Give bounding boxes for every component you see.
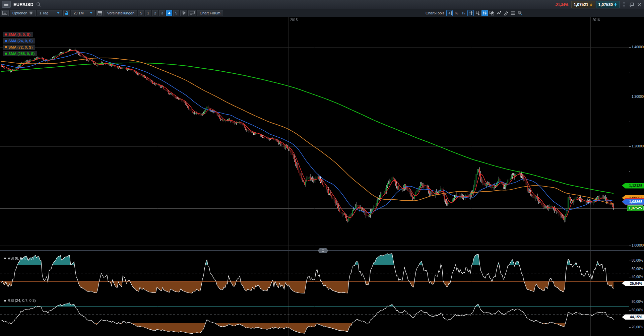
legend-label: SMA (24, 0, S)	[8, 39, 33, 43]
tool-grid-pointer-icon[interactable]	[474, 10, 481, 16]
buy-price-button[interactable]: 1,07530	[596, 1, 620, 8]
settings-button[interactable]	[180, 10, 187, 16]
legend-color-square	[5, 46, 7, 48]
sell-price-button[interactable]: 1,07521	[571, 1, 595, 8]
tool-chart-type-icon[interactable]	[481, 10, 488, 16]
tool-pointer-icon[interactable]	[446, 10, 453, 16]
range-dropdown[interactable]: 2J 1M	[71, 10, 95, 16]
price-axis[interactable]: 1,400001,300001,200001,0000080,00%60,00%…	[629, 17, 644, 336]
price-tag-108865: 1,08865	[622, 199, 644, 205]
lock-icon	[65, 11, 69, 15]
rsi-24-label-text: RSI (24, 0.7, 0.3)	[8, 298, 36, 303]
price-tick-1,30000: 1,30000	[632, 95, 644, 98]
price-down-arrow-icon	[589, 2, 593, 7]
layout-button-2[interactable]: 2	[152, 10, 158, 16]
rsi-6-label: RSI (6, 0.7, 0.3)	[4, 256, 34, 260]
tool-eraser-icon[interactable]	[503, 10, 509, 16]
options-label: Optionen	[12, 11, 27, 15]
chart-tools: Chart-Tools % TT	[426, 9, 523, 17]
timeframe-value: 1 Tag	[40, 11, 49, 15]
legend-square	[4, 300, 6, 301]
chart-toolbar: Optionen 1 Tag 2J 1M Voreinstellungen S1…	[0, 9, 644, 17]
layout-button-4[interactable]: 4	[166, 10, 172, 16]
legend-color-square	[5, 40, 7, 42]
tool-text-size-icon[interactable]: TT	[460, 10, 467, 16]
chevron-down-icon	[57, 12, 60, 14]
calendar-button[interactable]	[96, 10, 104, 16]
legend-item-sma-288[interactable]: SMA (288, 0, S)	[3, 51, 37, 56]
panel-splitter-button[interactable]	[318, 248, 328, 253]
tool-indicator-icon[interactable]	[496, 10, 502, 16]
close-icon[interactable]	[636, 1, 643, 8]
price-tick-1,20000: 1,20000	[632, 144, 644, 148]
axis-tick	[629, 246, 631, 246]
rsi-24-label: RSI (24, 0.7, 0.3)	[4, 298, 36, 303]
gear-icon	[182, 11, 186, 15]
presets-label: Voreinstellungen	[107, 11, 134, 15]
rsi24-tick-80,00%: 80,00%	[632, 300, 643, 304]
chat-icon	[190, 11, 195, 15]
year-label-2015: 2015	[290, 18, 298, 22]
layout-button-3[interactable]: 3	[159, 10, 165, 16]
layout-button-5[interactable]: 5	[173, 10, 179, 16]
rsi24-tick-20,00%: 20,00%	[632, 325, 643, 329]
chart-window: EUR/USD -21,34% 1,07521 1,07530 Optionen…	[0, 0, 644, 336]
options-button[interactable]: Optionen	[10, 10, 36, 16]
axis-tick	[629, 269, 631, 269]
list-icon	[2, 11, 7, 15]
legend-label: SMA (6, 0, S)	[8, 32, 30, 37]
axis-tick	[629, 302, 631, 302]
legend-item-sma-72[interactable]: SMA (72, 0, S)	[3, 45, 35, 50]
rsi-6-label-text: RSI (6, 0.7, 0.3)	[8, 256, 34, 260]
tool-grid-icon[interactable]	[467, 10, 474, 16]
chevron-down-icon	[90, 12, 92, 14]
drag-grip-icon[interactable]	[621, 1, 627, 8]
chart-forum-button[interactable]: Chart Forum	[197, 10, 223, 16]
legend-color-square	[5, 53, 7, 55]
chart-tools-label: Chart-Tools	[426, 11, 444, 15]
sell-price: 1,07521	[574, 2, 588, 7]
tool-layout-icon[interactable]	[489, 10, 495, 16]
axis-tick	[629, 277, 631, 277]
axis-tick	[629, 97, 631, 97]
tool-settings-icon[interactable]	[517, 10, 523, 16]
instrument-title: EUR/USD	[13, 2, 34, 7]
gear-icon	[29, 11, 33, 15]
last-price-tag: 1,07525	[627, 205, 644, 211]
axis-tick	[629, 221, 630, 221]
price-up-arrow-icon	[614, 2, 617, 7]
rsi-panel-divider	[0, 294, 644, 294]
rsi-6-value-tag: 25,04%	[622, 281, 644, 286]
change-percent: -21,34%	[555, 3, 568, 7]
price-tick-1,00000: 1,00000	[632, 244, 644, 247]
rsi6-tick-40,00%: 40,00%	[632, 275, 643, 279]
layout-buttons: S12345	[138, 10, 179, 16]
timeframe-dropdown[interactable]: 1 Tag	[37, 10, 62, 16]
price-chart-canvas[interactable]	[0, 17, 629, 252]
tool-rows-icon[interactable]	[510, 10, 516, 16]
tool-percent-icon[interactable]: %	[453, 10, 460, 16]
lock-button[interactable]	[63, 10, 70, 16]
layout-button-1[interactable]: 1	[145, 10, 151, 16]
menu-button[interactable]	[2, 1, 11, 8]
legend-item-sma-6[interactable]: SMA (6, 0, S)	[3, 32, 33, 37]
rsi6-tick-60,00%: 60,00%	[632, 267, 643, 271]
search-icon[interactable]	[36, 2, 41, 7]
presets-button[interactable]: Voreinstellungen	[105, 10, 137, 16]
price-tick-1,40000: 1,40000	[632, 45, 644, 49]
watchlist-button[interactable]	[1, 10, 9, 16]
axis-tick	[629, 146, 631, 147]
restore-window-icon[interactable]	[628, 1, 635, 8]
rsi-6-canvas[interactable]	[0, 252, 629, 294]
legend-label: SMA (72, 0, S)	[8, 45, 33, 49]
rsi-24-canvas[interactable]	[0, 294, 629, 336]
year-label-2016: 2016	[592, 18, 600, 22]
axis-tick	[629, 261, 631, 261]
chart-forum-label: Chart Forum	[200, 11, 220, 15]
legend-item-sma-24[interactable]: SMA (24, 0, S)	[3, 38, 35, 44]
chat-button[interactable]	[188, 10, 196, 16]
legend-label: SMA (288, 0, S)	[8, 52, 35, 56]
layout-button-S[interactable]: S	[138, 10, 144, 16]
legend-color-square	[5, 33, 7, 36]
rsi24-tick-60,00%: 60,00%	[632, 308, 643, 312]
